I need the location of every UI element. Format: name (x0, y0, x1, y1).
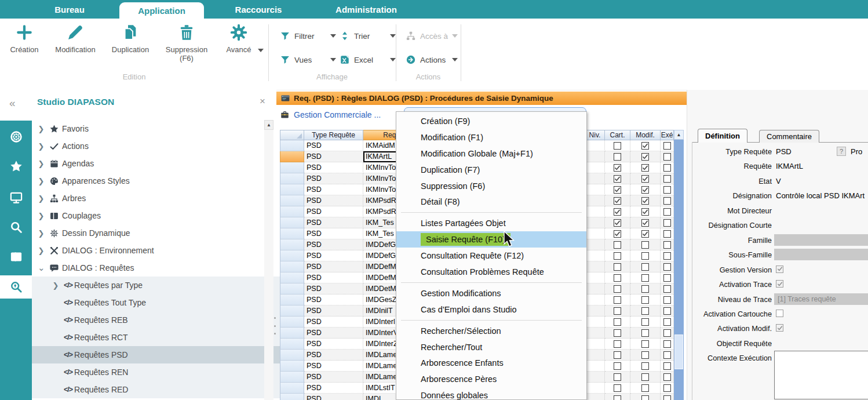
cell-type[interactable]: PSD (304, 261, 363, 272)
cell-niv[interactable] (585, 184, 605, 195)
checkbox-unchecked[interactable] (614, 351, 621, 359)
cell-modif[interactable] (630, 394, 661, 400)
cell-niv[interactable] (585, 261, 605, 272)
checkbox-checked[interactable] (614, 175, 621, 183)
panel-splitter-handle[interactable] (274, 317, 276, 334)
menu-item-suppression-f6-[interactable]: Suppression (F6) (396, 178, 586, 194)
checkbox-unchecked[interactable] (641, 274, 649, 282)
cell-niv[interactable] (585, 228, 605, 239)
chevron-right-icon[interactable]: ❯ (52, 281, 59, 290)
cell-niv[interactable] (585, 339, 605, 350)
cell-niv[interactable] (585, 239, 605, 250)
cell-modif[interactable] (630, 350, 661, 361)
row-selector[interactable] (280, 140, 304, 151)
menu-item-modification-globale-maj-f1-[interactable]: Modification Globale (Maj+F1) (396, 146, 586, 162)
checkbox-checked[interactable] (614, 219, 621, 227)
menu-item-rechercher-s-lection[interactable]: Rechercher/Sélection (396, 323, 586, 339)
row-selector[interactable] (280, 306, 304, 317)
cell-type[interactable]: PSD (304, 151, 363, 162)
checkbox-unchecked[interactable] (614, 285, 621, 293)
checkbox-unchecked[interactable] (614, 329, 621, 337)
tree-item-requ-tes-tout-type[interactable]: </>Requêtes Tout Type (32, 294, 285, 311)
cell-modif[interactable] (630, 261, 661, 272)
tab-définition[interactable]: Définition (698, 129, 747, 143)
cell-type[interactable]: PSD (304, 206, 363, 217)
menubar-tab-bureau[interactable]: Bureau (32, 0, 107, 19)
cell-cart[interactable] (605, 250, 630, 261)
menu-item-saisie-requ-te-f10-[interactable]: Saisie Requête (F10) (396, 231, 586, 248)
cell-cart[interactable] (605, 372, 630, 383)
chevron-right-icon[interactable]: ❯ (38, 212, 45, 220)
cell-niv[interactable] (585, 195, 605, 206)
scroll-thumb[interactable] (674, 334, 683, 369)
column-header-exe[interactable]: Exé (661, 130, 674, 140)
cell-exe[interactable] (661, 140, 674, 151)
checkbox-unchecked[interactable] (641, 373, 649, 381)
tree-item-requ-tes-rct[interactable]: </>Requêtes RCT (32, 329, 285, 346)
cell-niv[interactable] (585, 250, 605, 261)
ribbon-button-filtrer[interactable]: Filtrer (280, 29, 336, 43)
row-selector[interactable] (280, 394, 304, 400)
checkbox-checked[interactable] (641, 208, 649, 216)
scroll-up-icon[interactable]: ▲ (674, 130, 684, 140)
tree-item-arbres[interactable]: ❯Arbres (32, 190, 271, 207)
checkbox-checked[interactable] (641, 186, 649, 194)
row-selector[interactable] (280, 217, 304, 228)
cell-niv[interactable] (585, 272, 605, 283)
cell-type[interactable]: PSD (304, 228, 363, 239)
checkbox-checked[interactable] (641, 164, 649, 172)
row-selector[interactable] (280, 294, 304, 306)
checkbox-unchecked[interactable] (641, 329, 649, 337)
checkbox-unchecked[interactable] (663, 142, 671, 150)
cell-niv[interactable] (585, 306, 605, 317)
cell-modif[interactable] (630, 383, 661, 394)
cell-modif[interactable] (630, 228, 661, 239)
help-button[interactable]: ? (837, 147, 846, 156)
menu-item-modification-f1-[interactable]: Modification (F1) (396, 129, 586, 146)
document-tab[interactable]: Gestion Commerciale ... (280, 107, 381, 122)
cell-type[interactable]: PSD (304, 328, 363, 339)
cell-cart[interactable] (605, 272, 630, 283)
cell-cart[interactable] (605, 306, 630, 317)
cell-niv[interactable] (585, 162, 605, 173)
column-header-blank[interactable] (280, 130, 304, 140)
sidebar-close-icon[interactable]: × (260, 96, 265, 107)
checkbox-checked[interactable] (614, 230, 621, 238)
cell-modif[interactable] (630, 140, 661, 151)
cell-type[interactable]: PSD (304, 361, 363, 372)
row-selector[interactable] (280, 239, 304, 250)
ribbon-button-modification[interactable]: Modification (45, 23, 105, 54)
cell-modif[interactable] (630, 206, 661, 217)
checkbox-unchecked[interactable] (614, 296, 621, 304)
checkbox-unchecked[interactable] (641, 351, 649, 359)
checkbox-unchecked[interactable] (663, 252, 671, 260)
cell-modif[interactable] (630, 250, 661, 261)
row-selector[interactable] (280, 184, 304, 195)
row-selector[interactable] (280, 283, 304, 294)
checkbox-unchecked[interactable] (663, 208, 671, 216)
cell-niv[interactable] (585, 350, 605, 361)
checkbox-checked[interactable] (614, 197, 621, 205)
tree-item-requ-tes-ren[interactable]: </>Requêtes REN (32, 363, 285, 381)
checkbox-checked[interactable] (641, 153, 649, 161)
cell-exe[interactable] (661, 317, 674, 328)
cell-modif[interactable] (630, 162, 661, 173)
ribbon-button-suppression[interactable]: Suppression(F6) (156, 23, 217, 63)
cell-cart[interactable] (605, 151, 630, 162)
cell-type[interactable]: PSD (304, 339, 363, 350)
cell-cart[interactable] (605, 394, 630, 400)
checkbox-unchecked[interactable] (614, 395, 621, 400)
chevron-right-icon[interactable]: ❯ (38, 229, 45, 238)
cell-cart[interactable] (605, 328, 630, 339)
cell-modif[interactable] (630, 272, 661, 283)
cell-exe[interactable] (661, 239, 674, 250)
checkbox-unchecked[interactable] (641, 252, 649, 260)
sidebar-scroll-up-icon[interactable]: ▲ (264, 120, 273, 130)
cell-exe[interactable] (661, 328, 674, 339)
checkbox-unchecked[interactable] (663, 318, 671, 326)
checkbox-unchecked[interactable] (614, 252, 621, 260)
checkbox-unchecked[interactable] (641, 307, 649, 315)
tree-item-couplages[interactable]: ❯Couplages (32, 207, 271, 224)
checkbox-unchecked[interactable] (663, 340, 671, 348)
chevron-right-icon[interactable]: ❯ (38, 142, 45, 151)
